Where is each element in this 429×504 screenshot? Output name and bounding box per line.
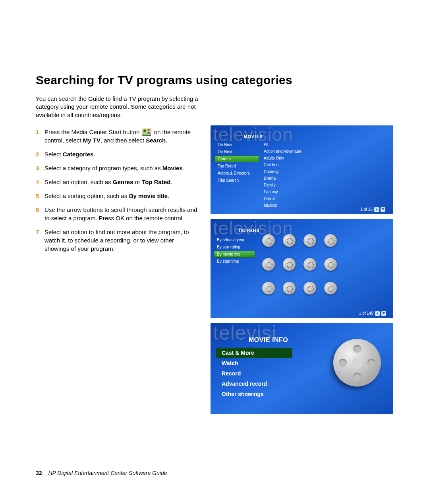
film-reel-icon [333, 339, 391, 396]
film-reel-icon[interactable] [283, 258, 296, 271]
list-item[interactable]: Comedy [261, 168, 389, 175]
arrow-down-icon[interactable] [381, 311, 386, 316]
step-number: 4 [36, 178, 41, 186]
step-text: Select Categories. [44, 150, 95, 158]
nav-item[interactable]: On Next [214, 148, 259, 155]
step-text: Select an option, such as Genres or Top … [44, 178, 172, 186]
list-item[interactable]: Children [261, 162, 389, 168]
nav-item[interactable]: Actors & Directors [214, 170, 259, 177]
step-text: Select a category of program types, such… [44, 164, 184, 172]
list-item[interactable]: Horror [261, 195, 389, 202]
film-reel-icon[interactable] [303, 282, 316, 294]
nav-item[interactable]: Genres [214, 156, 259, 162]
arrow-down-icon[interactable] [381, 207, 385, 212]
film-reel-icon[interactable] [324, 258, 337, 271]
film-reel-icon[interactable] [324, 282, 337, 294]
film-reel-icon[interactable] [262, 282, 275, 294]
menu-item[interactable]: Cast & More [216, 348, 292, 358]
menu-item[interactable]: Advanced record [216, 379, 292, 389]
menu-item[interactable]: Other showings [216, 389, 292, 399]
pager-text: 1 of 149 [359, 311, 373, 315]
step-number: 6 [36, 206, 41, 222]
list-item[interactable]: Family [261, 182, 389, 189]
film-reel-icon[interactable] [303, 234, 316, 247]
sort-option[interactable]: By star rating [214, 244, 255, 250]
arrow-up-icon[interactable] [374, 207, 379, 212]
step-number: 5 [36, 192, 41, 200]
arrow-up-icon[interactable] [375, 311, 380, 316]
step-number: 2 [36, 150, 41, 158]
panel-header: MOVIE INFO [249, 337, 288, 344]
panel-header: MOVIES [244, 135, 263, 139]
screenshot-movie-info: televisi MOVIE INFO Cast & MoreWatchReco… [211, 323, 393, 414]
list-item[interactable]: All [261, 141, 389, 148]
step-text: Select a sorting option, such as By movi… [44, 192, 169, 200]
step-list: 1 Press the Media Center Start button on… [36, 128, 199, 414]
list-item[interactable]: Drama [261, 175, 389, 182]
list-item[interactable]: Adults Only [261, 155, 389, 162]
nav-item[interactable]: On Now [214, 141, 259, 148]
page-heading: Searching for TV programs using categori… [36, 73, 393, 87]
nav-item[interactable]: Top Rated [214, 163, 259, 169]
film-reel-icon[interactable] [283, 282, 296, 294]
sort-option[interactable]: By movie title [214, 251, 255, 258]
film-reel-icon[interactable] [324, 234, 337, 247]
sort-option[interactable]: By release year [214, 237, 255, 243]
step-text: Press the Media Center Start button on t… [44, 128, 199, 144]
film-reel-icon[interactable] [262, 234, 275, 247]
pager-text: 1 of 16 [360, 207, 373, 212]
screenshot-top-rated-sort: television Top Rated By release yearBy s… [211, 219, 393, 318]
list-item[interactable]: Action and Adventure [261, 148, 389, 155]
film-reel-icon[interactable] [283, 234, 296, 247]
step-number: 3 [36, 164, 41, 172]
film-reel-icon[interactable] [262, 258, 275, 271]
page-footer: 32 HP Digital Entertainment Center Softw… [36, 470, 167, 476]
list-item[interactable]: Fantasy [261, 189, 389, 195]
step-text: Use the arrow buttons to scroll through … [44, 206, 199, 222]
page-number: 32 [36, 470, 42, 476]
menu-item[interactable]: Record [216, 368, 292, 379]
step-text: Select an option to find out more about … [44, 228, 199, 253]
step-number: 1 [36, 128, 41, 144]
sort-option[interactable]: By start time [214, 258, 255, 265]
step-number: 7 [36, 228, 41, 253]
nav-item[interactable]: Title Search [214, 177, 259, 184]
footer-title: HP Digital Entertainment Center Software… [48, 470, 167, 476]
menu-item[interactable]: Watch [216, 358, 292, 368]
media-center-start-icon [142, 128, 151, 136]
film-reel-icon[interactable] [303, 258, 316, 271]
intro-text: You can search the Guide to find a TV pr… [36, 95, 203, 119]
screenshot-movies-genres: television MOVIES On NowOn NextGenresTop… [211, 125, 393, 214]
panel-header: Top Rated [238, 228, 259, 233]
